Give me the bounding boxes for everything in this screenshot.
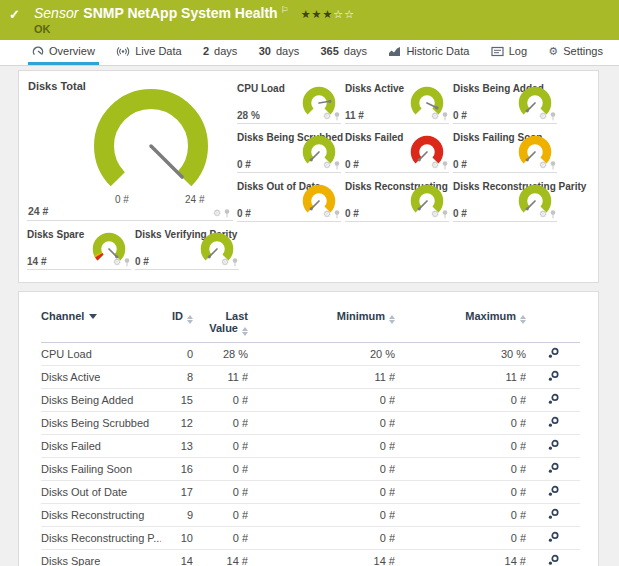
table-row-disks-failed[interactable]: Disks Failed 13 0 # 0 # 0 #	[41, 435, 580, 458]
gauge-panel-disks-total[interactable]: Disks Total 0 # 24 # 24 # ⚙	[27, 78, 233, 221]
gauge-panel-disks-reconstructing-parity[interactable]: Disks Reconstructing Parity 0 # ⚙	[453, 181, 557, 222]
tab-historic-data[interactable]: Historic Data	[384, 40, 473, 65]
channel-settings-icon[interactable]	[547, 531, 560, 543]
pin-icon[interactable]	[442, 210, 448, 219]
channel-settings-icon[interactable]	[547, 347, 560, 359]
cell-channel[interactable]: Disks Being Scrubbed	[41, 412, 161, 435]
gauge-panel-cpu-load[interactable]: CPU Load 28 % ⚙	[237, 83, 341, 124]
pin-icon[interactable]	[224, 209, 230, 218]
gauge-panel-disks-out-of-date[interactable]: Disks Out of Date 0 # ⚙	[237, 181, 341, 222]
table-row-disks-being-scrubbed[interactable]: Disks Being Scrubbed 12 0 # 0 # 0 #	[41, 412, 580, 435]
gear-icon[interactable]: ⚙	[431, 161, 439, 170]
cell-maximum: 11 #	[395, 366, 526, 389]
tab-365-days[interactable]: 365 days	[316, 40, 371, 65]
tab-30-days[interactable]: 30 days	[255, 40, 304, 65]
gear-icon[interactable]: ⚙	[213, 209, 221, 218]
table-row-disks-failing-soon[interactable]: Disks Failing Soon 16 0 # 0 # 0 #	[41, 458, 580, 481]
channel-settings-icon[interactable]	[547, 485, 560, 497]
channel-settings-icon[interactable]	[547, 439, 560, 451]
gauge-value: 0 #	[453, 159, 467, 170]
cell-id: 17	[161, 481, 193, 504]
column-header-last-value[interactable]: Last Value	[193, 306, 248, 343]
gear-icon[interactable]: ⚙	[323, 210, 331, 219]
pin-icon[interactable]	[442, 161, 448, 170]
flag-icon[interactable]: ⚐	[281, 5, 289, 15]
gauge-panel-disks-being-added[interactable]: Disks Being Added 0 # ⚙	[453, 83, 557, 124]
gear-icon[interactable]: ⚙	[539, 161, 547, 170]
pin-icon[interactable]	[232, 258, 238, 267]
cell-minimum: 0 #	[248, 412, 395, 435]
gauge-panel-disks-being-scrubbed[interactable]: Disks Being Scrubbed 0 # ⚙	[237, 132, 341, 173]
cell-channel[interactable]: Disks Spare	[41, 550, 161, 566]
channel-settings-icon[interactable]	[547, 462, 560, 474]
pin-icon[interactable]	[550, 161, 556, 170]
gauge-panel-disks-reconstructing[interactable]: Disks Reconstructing 0 # ⚙	[345, 181, 449, 222]
column-label: Last	[225, 310, 248, 322]
gear-icon[interactable]: ⚙	[539, 210, 547, 219]
tab-overview[interactable]: Overview	[28, 40, 99, 65]
column-header-maximum[interactable]: Maximum	[395, 306, 526, 343]
gear-icon[interactable]: ⚙	[431, 112, 439, 121]
pin-icon[interactable]	[442, 112, 448, 121]
gauge-panel-disks-spare[interactable]: Disks Spare 14 # ⚙	[27, 229, 131, 270]
channel-settings-icon[interactable]	[547, 554, 560, 566]
gear-icon[interactable]: ⚙	[113, 258, 121, 267]
cell-channel[interactable]: Disks Reconstructing	[41, 504, 161, 527]
cell-id: 8	[161, 366, 193, 389]
table-row-disks-reconstructing[interactable]: Disks Reconstructing 9 0 # 0 # 0 #	[41, 504, 580, 527]
cell-channel[interactable]: Disks Reconstructing P...	[41, 527, 161, 550]
pin-icon[interactable]	[334, 210, 340, 219]
gauge-panel-disks-verifying-parity[interactable]: Disks Verifying Parity 0 # ⚙	[135, 229, 239, 270]
panel-corner-icons: ⚙	[431, 112, 448, 121]
channel-settings-icon[interactable]	[547, 508, 560, 520]
pin-icon[interactable]	[124, 258, 130, 267]
gauge-value: 0 #	[237, 208, 251, 219]
table-row-disks-out-of-date[interactable]: Disks Out of Date 17 0 # 0 # 0 #	[41, 481, 580, 504]
channel-settings-icon[interactable]	[547, 416, 560, 428]
column-header-channel[interactable]: Channel	[41, 306, 161, 343]
pin-icon[interactable]	[550, 112, 556, 121]
star-filled-icon[interactable]: ★	[322, 8, 333, 20]
table-row-disks-reconstructing-p[interactable]: Disks Reconstructing P... 10 0 # 0 # 0 #	[41, 527, 580, 550]
cell-channel[interactable]: Disks Failing Soon	[41, 458, 161, 481]
star-empty-icon[interactable]: ☆	[333, 8, 344, 20]
table-row-disks-being-added[interactable]: Disks Being Added 15 0 # 0 # 0 #	[41, 389, 580, 412]
cell-channel[interactable]: CPU Load	[41, 343, 161, 366]
gauge-value: 11 #	[345, 110, 364, 121]
table-row-cpu-load[interactable]: CPU Load 0 28 % 20 % 30 %	[41, 343, 580, 366]
cell-channel[interactable]: Disks Being Added	[41, 389, 161, 412]
gear-icon[interactable]: ⚙	[323, 112, 331, 121]
channel-settings-icon[interactable]	[547, 393, 560, 405]
priority-stars[interactable]: ★★★☆☆	[301, 8, 355, 21]
gauge-value: 28 %	[237, 110, 260, 121]
star-empty-icon[interactable]: ☆	[344, 8, 355, 20]
gear-icon[interactable]: ⚙	[539, 112, 547, 121]
channel-settings-icon[interactable]	[547, 370, 560, 382]
gauge-panel-disks-active[interactable]: Disks Active 11 # ⚙	[345, 83, 449, 124]
tab-live-data[interactable]: Live Data	[112, 40, 185, 65]
cell-id: 9	[161, 504, 193, 527]
gear-icon[interactable]: ⚙	[431, 210, 439, 219]
sort-icon	[520, 315, 526, 324]
cell-channel[interactable]: Disks Active	[41, 366, 161, 389]
pin-icon[interactable]	[334, 112, 340, 121]
panel-corner-icons: ⚙	[431, 161, 448, 170]
tab-settings[interactable]: ⚙Settings	[544, 40, 607, 65]
column-header-minimum[interactable]: Minimum	[248, 306, 395, 343]
gear-icon[interactable]: ⚙	[221, 258, 229, 267]
tab-log[interactable]: Log	[487, 40, 531, 65]
star-filled-icon[interactable]: ★	[312, 8, 323, 20]
table-row-disks-active[interactable]: Disks Active 8 11 # 11 # 11 #	[41, 366, 580, 389]
gauge-panel-disks-failed[interactable]: Disks Failed 0 # ⚙	[345, 132, 449, 173]
gauge-panel-disks-failing-soon[interactable]: Disks Failing Soon 0 # ⚙	[453, 132, 557, 173]
star-filled-icon[interactable]: ★	[301, 8, 312, 20]
column-header-id[interactable]: ID	[161, 306, 193, 343]
cell-minimum: 0 #	[248, 504, 395, 527]
tab-2-days[interactable]: 2 days	[199, 40, 241, 65]
cell-channel[interactable]: Disks Out of Date	[41, 481, 161, 504]
pin-icon[interactable]	[550, 210, 556, 219]
gear-icon[interactable]: ⚙	[323, 161, 331, 170]
cell-channel[interactable]: Disks Failed	[41, 435, 161, 458]
table-row-disks-spare[interactable]: Disks Spare 14 14 # 14 # 14 #	[41, 550, 580, 566]
pin-icon[interactable]	[334, 161, 340, 170]
